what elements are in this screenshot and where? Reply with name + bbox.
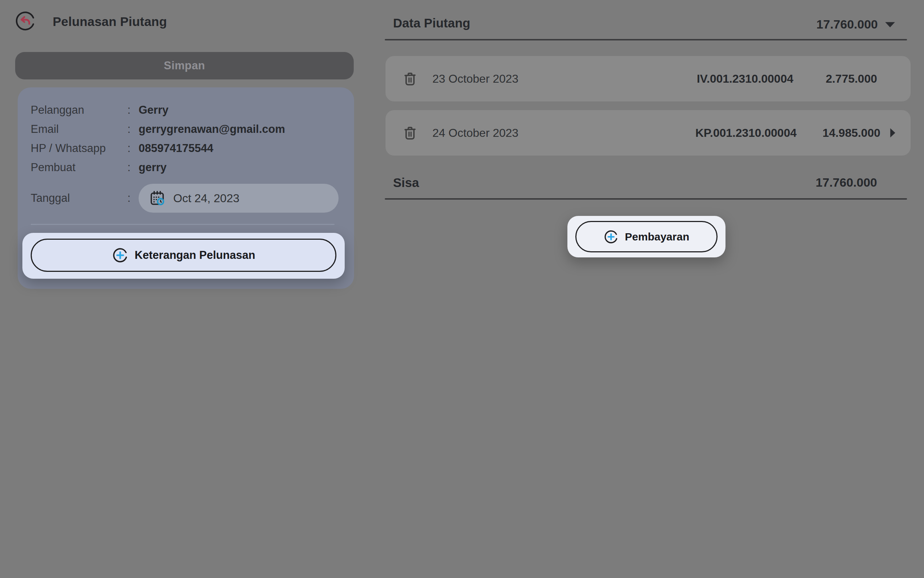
sisa-underline [385, 198, 907, 200]
save-button[interactable]: Simpan [15, 52, 354, 80]
data-piutang-title: Data Piutang [393, 16, 470, 30]
calendar-clock-icon [149, 190, 166, 207]
chevron-down-icon [884, 21, 896, 28]
back-button[interactable] [15, 10, 36, 32]
plus-circle-icon [112, 247, 128, 263]
piutang-row[interactable]: 23 October 2023 IV.001.2310.00004 2.775.… [386, 56, 911, 101]
chevron-right-icon [889, 127, 896, 138]
divider [31, 224, 335, 225]
field-row-email: Email : gerrygrenawan@gmail.com [31, 120, 354, 139]
delete-row-button[interactable] [401, 70, 419, 88]
field-value: gerry [139, 161, 167, 174]
field-separator: : [127, 142, 139, 155]
field-separator: : [127, 161, 139, 174]
row-code: KP.001.2310.00004 [695, 127, 797, 140]
row-amount: 14.985.000 [808, 127, 880, 140]
field-label: Pelanggan [31, 104, 127, 117]
field-row-pembuat: Pembuat : gerry [31, 158, 354, 177]
data-piutang-total[interactable]: 17.760.000 [817, 17, 896, 31]
field-label: Pembuat [31, 161, 127, 174]
sisa-amount: 17.760.000 [816, 175, 877, 190]
field-separator: : [127, 104, 139, 117]
total-amount: 17.760.000 [817, 17, 878, 31]
add-keterangan-label: Keterangan Pelunasan [135, 249, 255, 262]
row-date: 23 October 2023 [433, 72, 518, 86]
field-value: Gerry [139, 104, 169, 117]
trash-icon [401, 124, 419, 142]
row-date: 24 October 2023 [433, 127, 518, 140]
sisa-label: Sisa [393, 175, 419, 190]
field-row-pelanggan: Pelanggan : Gerry [31, 101, 354, 120]
page-title: Pelunasan Piutang [53, 15, 167, 29]
plus-circle-icon [603, 229, 619, 244]
pembayaran-spotlight: Pembayaran [567, 216, 726, 257]
trash-icon [401, 70, 419, 88]
date-value: Oct 24, 2023 [173, 192, 239, 205]
field-label: Email [31, 123, 127, 136]
date-picker[interactable]: Oct 24, 2023 [139, 184, 339, 213]
keterangan-spotlight: Keterangan Pelunasan [23, 233, 345, 279]
field-separator: : [127, 192, 139, 205]
field-separator: : [127, 123, 139, 136]
row-code: IV.001.2310.00004 [697, 72, 793, 86]
field-row-tanggal: Tanggal : Oct 24, 2023 [31, 184, 339, 213]
piutang-row[interactable]: 24 October 2023 KP.001.2310.00004 14.985… [386, 110, 911, 156]
row-amount: 2.775.000 [805, 72, 877, 86]
delete-row-button[interactable] [401, 124, 419, 142]
add-pembayaran-button[interactable]: Pembayaran [575, 221, 718, 252]
field-label: Tanggal [31, 192, 127, 205]
undo-arrow-icon [15, 10, 36, 32]
field-label: HP / Whatsapp [31, 142, 127, 155]
field-value: 085974175544 [139, 142, 213, 155]
field-row-whatsapp: HP / Whatsapp : 085974175544 [31, 139, 354, 158]
add-keterangan-button[interactable]: Keterangan Pelunasan [31, 239, 336, 272]
add-pembayaran-label: Pembayaran [625, 231, 689, 243]
field-value: gerrygrenawan@gmail.com [139, 123, 285, 136]
header-underline [385, 39, 907, 41]
